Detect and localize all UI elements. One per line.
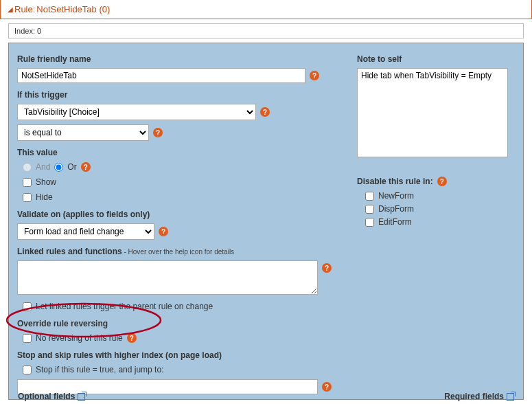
trigger-field-select[interactable]: TabVisibility [Choice] [17, 104, 256, 120]
popout-icon [78, 393, 85, 401]
help-icon[interactable]: ? [127, 333, 137, 343]
body-area: Rule friendly name ? If this trigger Tab… [8, 43, 524, 400]
no-reversing-label: No reversing of this rule [36, 333, 123, 343]
popout-icon [507, 393, 514, 401]
override-label: Override rule reversing [17, 319, 345, 328]
help-icon[interactable]: ? [260, 107, 270, 117]
index-bar: Index: 0 [8, 23, 524, 38]
show-label: Show [36, 177, 56, 187]
stop-checkbox[interactable] [23, 366, 32, 374]
help-icon[interactable]: ? [322, 263, 332, 273]
note-label: Note to self [357, 54, 515, 64]
help-icon[interactable]: ? [81, 162, 91, 172]
dispform-checkbox[interactable] [365, 205, 374, 214]
optional-fields[interactable]: Optional fields [18, 392, 85, 401]
stop-check-label: Stop if this rule = true, and jump to: [36, 365, 163, 374]
help-icon[interactable]: ? [310, 71, 319, 80]
header-name: NotSetHideTab (0) [36, 4, 110, 14]
linked-textarea[interactable] [17, 260, 318, 295]
linked-label: Linked rules and functions - Hover over … [17, 247, 345, 256]
note-textarea[interactable] [357, 68, 508, 157]
bottom-row: Optional fields Required fields [18, 392, 514, 401]
help-icon[interactable]: ? [437, 177, 447, 186]
and-radio [23, 163, 32, 172]
and-label: And [36, 162, 50, 172]
editform-checkbox[interactable] [365, 218, 374, 227]
editform-label: EditForm [378, 217, 412, 227]
help-icon[interactable]: ? [153, 128, 163, 137]
right-column: Note to self Disable this rule in:? NewF… [357, 52, 515, 385]
show-checkbox[interactable] [23, 178, 32, 187]
trigger-op-select[interactable]: is equal to [17, 124, 149, 141]
help-icon[interactable]: ? [159, 227, 168, 236]
panel-header[interactable]: ◢ Rule: NotSetHideTab (0) [0, 0, 532, 19]
help-icon[interactable]: ? [322, 382, 332, 392]
newform-checkbox[interactable] [365, 192, 374, 201]
stop-label: Stop and skip rules with higher index (o… [17, 350, 345, 360]
linked-trigger-label: Let linked rules trigger the parent rule… [36, 302, 213, 311]
or-radio[interactable] [54, 163, 63, 172]
required-fields[interactable]: Required fields [444, 392, 514, 401]
value-label: This value [17, 148, 345, 157]
disable-label: Disable this rule in:? [357, 177, 515, 186]
trigger-label: If this trigger [17, 90, 345, 100]
header-prefix: Rule: [14, 4, 35, 14]
left-column: Rule friendly name ? If this trigger Tab… [17, 52, 345, 385]
validate-label: Validate on (applies to fields only) [17, 210, 345, 219]
dispform-label: DispForm [378, 204, 414, 214]
validate-select[interactable]: Form load and field change [17, 223, 154, 240]
no-reversing-checkbox[interactable] [23, 334, 32, 343]
friendly-name-input[interactable] [17, 68, 305, 83]
or-label: Or [67, 162, 76, 172]
linked-trigger-checkbox[interactable] [23, 302, 32, 311]
newform-label: NewForm [378, 191, 414, 201]
hide-checkbox[interactable] [23, 193, 32, 202]
hide-label: Hide [36, 192, 53, 202]
friendly-name-label: Rule friendly name [17, 54, 345, 64]
collapse-icon: ◢ [8, 5, 13, 13]
